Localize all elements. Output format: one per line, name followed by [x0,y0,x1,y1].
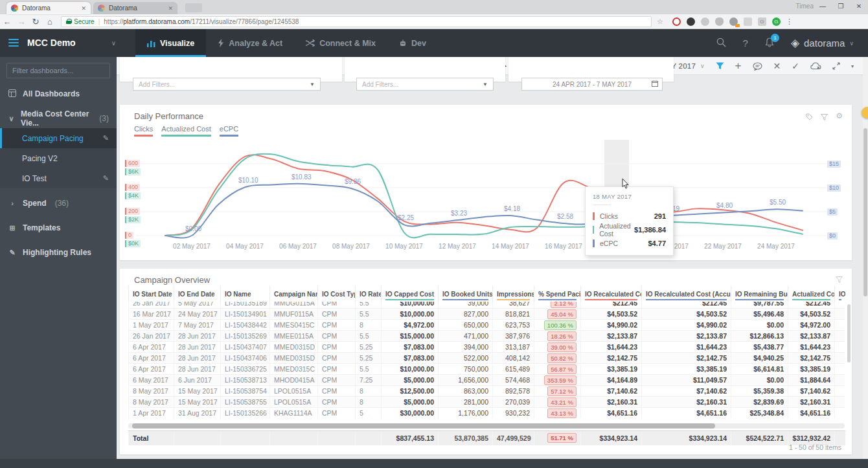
nav-tab-dev[interactable]: Dev [387,29,438,57]
calendar-icon [652,80,658,88]
extension-icon-1[interactable] [672,17,681,26]
highlight-tag-icon[interactable] [806,111,813,123]
page-scrollbar-thumb[interactable] [863,128,867,296]
sidebar-group-media-cost-center[interactable]: ∨ Media Cost Center Vie... (3) [0,109,117,128]
browser-profile-name[interactable]: Timea [796,3,814,10]
table-horizontal-scrollbar[interactable] [128,423,845,429]
sidebar-item-templates[interactable]: ⊞ Templates [0,218,117,238]
filter-dashboards-input[interactable]: Filter dashboards... [6,63,110,78]
window-maximize-button[interactable]: ❐ [832,0,850,14]
table-cell: 28 Jun 2017 [174,353,221,364]
comments-icon[interactable] [753,62,762,71]
discard-x-icon[interactable]: ✕ [773,61,781,71]
workspace-chevron-icon[interactable]: ∨ [111,29,116,57]
add-widget-icon[interactable]: + [735,60,742,72]
table-row[interactable]: 26 Jan 201728 Jun 2017LI-150135269MMEE01… [129,331,845,342]
search-icon[interactable] [716,38,726,49]
edit-pen-icon[interactable]: ✎ [103,174,109,183]
column-header-io-name[interactable]: IO Name [221,285,270,302]
chart-area[interactable]: 600$6K$15400$4K$10200$2K$50$0K$0 $0.00$1… [120,142,852,260]
table-row[interactable]: 6 Apr 201728 Jun 2017LI-150437406MMED031… [129,353,845,364]
table-row[interactable]: 6 May 20176 Jun 2017LI-150538713MHOD0415… [129,375,845,386]
table-row[interactable]: 8 May 201715 May 2017LI-150538754LPOL051… [129,386,845,397]
add-filters-dropdown-1[interactable]: Add Filters...▼ [133,78,321,91]
expand-fullscreen-icon[interactable] [832,62,840,70]
notifications-bell-icon[interactable]: 1 [765,38,774,49]
sidebar-item-highlighting-rules[interactable]: ✎ Highlighting Rules [0,243,117,262]
browser-menu-icon[interactable]: ⋮ [786,17,793,26]
address-bar[interactable]: Secure | https://platform.datorama.com/1… [61,16,652,27]
table-row[interactable]: 16 Mar 201724 May 2017LI-150134901MMUF01… [129,309,845,320]
table-row[interactable]: 26 Jan 20175 May 2017LI-150135189MMUG011… [129,302,845,309]
column-header-io-remaining-budget[interactable]: IO Remaining Budget [731,285,788,302]
column-header-actualized-cost[interactable]: Actualized Cost [788,285,835,302]
cloud-sync-icon[interactable] [810,62,821,70]
column-header-io-start-date[interactable]: IO Start Date [129,285,174,302]
more-options-chevron-icon[interactable]: ▾ [851,63,854,69]
sidebar-item-pacing-v2[interactable]: Pacing V2 [0,148,117,168]
extension-icon-5[interactable] [729,17,738,26]
add-filters-dropdown-2[interactable]: Add Filters...▼ [356,78,494,91]
tab-close-icon[interactable]: ✕ [81,5,86,12]
refresh-button[interactable]: ↻ [29,17,43,27]
new-tab-button[interactable] [185,3,202,12]
nav-tab-connect-mix[interactable]: Connect & Mix [294,29,387,57]
extension-icon-6[interactable] [744,17,752,26]
nav-tab-analyze-act[interactable]: Analyze & Act [206,29,294,57]
browser-tab-1[interactable]: Datorama ✕ [6,2,91,14]
hamburger-menu-icon[interactable] [8,39,19,57]
legend-item-actualized-cost[interactable]: Actualized Cost [161,125,211,137]
widget-filter-funnel-icon[interactable] [836,274,843,285]
window-minimize-button[interactable]: — [814,0,832,14]
column-header-io[interactable]: IO [835,285,845,302]
tab-close-icon[interactable]: ✕ [168,5,173,12]
edit-pen-icon[interactable]: ✎ [103,134,109,142]
column-header--spend-pacing[interactable]: % Spend Pacing [534,285,581,302]
legend-item-ecpc[interactable]: eCPC [220,125,238,137]
items-count-label: 1 - 50 of 50 items [789,443,841,451]
back-button[interactable]: ← [0,17,14,27]
extension-cloud-icon[interactable] [715,17,724,26]
account-menu[interactable]: ◈ datorama ∨ [791,36,854,50]
sidebar-group-spend[interactable]: › Spend (36) [0,194,117,213]
sidebar-item-campaign-pacing[interactable]: Campaign Pacing✎ [0,128,117,148]
filter-funnel-icon[interactable] [716,62,724,70]
widget-settings-gear-icon[interactable]: ⚙ [836,111,843,123]
table-row[interactable]: 1 Apr 201731 Aug 2017LI-150135266KHAG111… [129,408,845,419]
table-row[interactable]: 1 May 20177 May 2017LI-150438442MMES0415… [129,320,845,331]
column-header-io-end-date[interactable]: IO End Date [174,285,221,302]
apply-check-icon[interactable]: ✓ [792,61,799,71]
date-filter-input[interactable]: 24 APR 2017 - 7 MAY 2017 [521,78,663,91]
browser-tab-2[interactable]: Datorama ✕ [93,2,177,14]
widget-filter-funnel-icon[interactable] [821,111,828,123]
column-header-io-rate[interactable]: IO Rate [356,285,382,302]
column-header-io-capped-cost[interactable]: IO Capped Cost [382,285,439,302]
scrollbar-thumb[interactable] [132,423,715,429]
nav-tab-visualize[interactable]: Visualize [135,29,206,57]
window-close-button[interactable]: ✕ [850,0,868,14]
sidebar-item-io-test[interactable]: IO Test✎ [0,168,117,188]
home-button[interactable]: ⌂ [43,17,57,27]
column-header-io-cost-type[interactable]: IO Cost Type [318,285,356,302]
date-range-chevron-icon[interactable]: ∨ [700,63,705,69]
column-header-impressions[interactable]: Impressions [493,285,534,302]
column-header-io-booked-units[interactable]: IO Booked Units [439,285,493,302]
extension-icon-3[interactable] [701,17,709,26]
grammarly-icon[interactable]: G [772,17,781,26]
forward-button[interactable]: → [14,17,29,27]
column-header-io-recalculated-cost[interactable]: IO Recalculated Cost [581,285,642,302]
bookmark-star-icon[interactable]: ☆ [657,17,663,26]
sidebar-item-all-dashboards[interactable]: All Dashboards [0,84,117,104]
table-cell: MMUF0115A [270,309,318,320]
column-header-campaign-name[interactable]: Campaign Name ▾ [270,285,318,302]
table-vertical-scrollbar[interactable] [847,304,851,362]
legend-item-clicks[interactable]: Clicks [134,125,153,137]
help-icon[interactable]: ? [743,38,748,49]
extension-icon-2[interactable] [687,17,695,26]
extension-g-icon[interactable]: G [758,17,766,26]
table-row[interactable]: 8 May 201715 May 2017LI-150538755LPOL051… [129,397,845,408]
column-header-io-recalculated-cost-accumulative-[interactable]: IO Recalculated Cost (Accumulative) [642,285,731,302]
table-row[interactable]: 6 Apr 201728 Jun 2017LI-150336725MMED031… [129,364,845,375]
table-row[interactable]: 6 Apr 201728 Jun 2017LI-150437407MMED031… [129,342,845,353]
workspace-name[interactable]: MCC Demo [27,29,76,57]
